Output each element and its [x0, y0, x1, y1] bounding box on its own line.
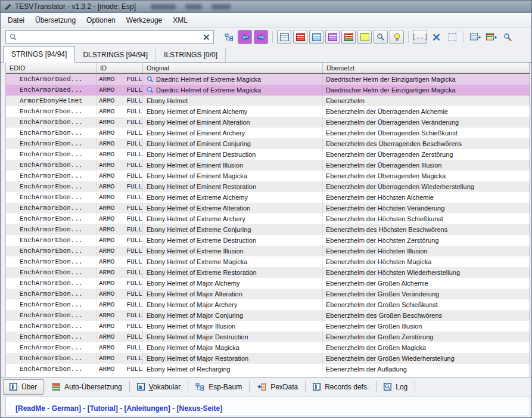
cell-edid: EnchArmorEbon...: [6, 342, 97, 353]
cell-original: Ebony Helmet of Eminent Magicka: [143, 171, 323, 181]
cell-edid: EnchArmorDaed...: [6, 74, 97, 85]
bottom-tab-vokabular[interactable]: Vokabular: [131, 380, 186, 394]
cell-original: Ebony Helmet of Major Illusion: [143, 321, 323, 332]
column-header-edid[interactable]: EDID: [6, 63, 97, 73]
cell-translation: Ebenerzhelm der Höchsten Zerstörung: [323, 235, 530, 246]
table-row[interactable]: EnchArmorEbon...ARMOFULLEbony Helmet of …: [6, 321, 530, 332]
selection-rect-button[interactable]: [445, 30, 459, 44]
table-row[interactable]: EnchArmorEbon...ARMOFULLEbony Helmet of …: [6, 213, 530, 224]
tree-view-icon: [195, 383, 204, 391]
bottom-tab-log[interactable]: Log: [378, 380, 413, 394]
table-row[interactable]: EnchArmorEbon...ARMOFULLEbony Helmet of …: [6, 332, 530, 342]
table-row[interactable]: EnchArmorEbon...ARMOFULLEbony Helmet of …: [6, 235, 530, 246]
cell-id: ARMOFULL: [97, 235, 143, 246]
table-row[interactable]: EnchArmorEbon...ARMOFULLEbony Helmet of …: [6, 192, 530, 203]
cell-original: Ebony Helmet of Eminent Illusion: [143, 160, 323, 171]
menu-item-werkzeuge[interactable]: Werkzeuge: [121, 14, 167, 27]
menu-item-bersetzung[interactable]: Übersetzung: [30, 14, 81, 27]
export-grid-colored-button[interactable]: [484, 30, 499, 44]
menu-item-optionen[interactable]: Optionen: [81, 14, 121, 27]
table-row[interactable]: EnchArmorEbon...ARMOFULLEbony Helmet of …: [6, 117, 530, 128]
link-nexus-seite[interactable]: [Nexus-Seite]: [176, 404, 222, 413]
cell-id: ARMOFULL: [97, 353, 143, 364]
cell-original: Ebony Helmet of Eminent Restoration: [143, 181, 323, 192]
cell-edid: EnchArmorEbon...: [6, 224, 97, 235]
cell-edid: EnchArmorEbon...: [6, 332, 97, 342]
nav-right-button[interactable]: [254, 30, 268, 44]
clear-x-button[interactable]: [429, 30, 443, 44]
link-anleitungen[interactable]: [Anleitungen]: [124, 404, 170, 413]
cell-original: Ebony Helmet of Extreme Destruction: [143, 235, 323, 246]
menu-item-xml[interactable]: XML: [167, 14, 193, 27]
list-red-button[interactable]: [293, 30, 307, 44]
table-row[interactable]: EnchArmorEbon...ARMOFULLEbony Helmet of …: [6, 138, 530, 149]
table-row[interactable]: EnchArmorEbon...ARMOFULLEbony Helmet of …: [6, 353, 530, 364]
selection-rect-icon: [449, 33, 456, 41]
table-row[interactable]: EnchArmorDaed...ARMOFULLDaedric Helmet o…: [6, 74, 530, 85]
list-blue-button[interactable]: [309, 30, 323, 44]
nav-left-icon: [241, 33, 250, 41]
table-row[interactable]: EnchArmorEbon...ARMOFULLEbony Helmet of …: [6, 128, 530, 138]
cell-edid: EnchArmorEbon...: [6, 138, 97, 149]
regex-brackets-button[interactable]: [..]: [413, 30, 427, 44]
bottom-tab--ber[interactable]: Über: [3, 379, 43, 395]
link-tutorial[interactable]: [Tutorial]: [88, 404, 118, 413]
table-row[interactable]: EnchArmorEbon...ARMOFULLEbony Helmet of …: [6, 342, 530, 353]
table-row[interactable]: EnchArmorEbon...ARMOFULLEbony Helmet of …: [6, 171, 530, 181]
table-row[interactable]: EnchArmorDaed...ARMOFULLDaedric Helmet o…: [6, 85, 530, 95]
cell-translation: Ebenerzhelm der Großen Wiederherstellung: [323, 353, 530, 364]
tab-ilstrings[interactable]: ILSTRINGS [0/0]: [156, 48, 226, 62]
column-header-bersetzt[interactable]: Übersetzt: [323, 63, 530, 73]
tab-dlstrings[interactable]: DLSTRINGS [94/94]: [75, 48, 156, 62]
table-row[interactable]: EnchArmorEbon...ARMOFULLEbony Helmet of …: [6, 267, 530, 278]
clear-x-icon: [433, 33, 440, 41]
table-row[interactable]: EnchArmorEbon...ARMOFULLEbony Helmet of …: [6, 246, 530, 256]
list-yellow-button[interactable]: [357, 30, 372, 44]
list-purple-button[interactable]: [325, 30, 340, 44]
bottom-tab-auto-bersetzung[interactable]: Auto-Übersetzung: [46, 380, 128, 394]
search-add-button[interactable]: [500, 30, 515, 44]
table-row[interactable]: EnchArmorEbon...ARMOFULLEbony Helmet of …: [6, 310, 530, 321]
vocab-icon: [137, 383, 145, 391]
table-row[interactable]: EnchArmorEbon...ARMOFULLEbony Helmet of …: [6, 256, 530, 267]
cell-edid: EnchArmorEbon...: [6, 310, 97, 321]
auto-table-icon: [52, 383, 60, 391]
row-magnifier-icon: [147, 86, 154, 94]
search-input[interactable]: [21, 32, 200, 42]
cell-original: Ebony Helmet of Extreme Alteration: [143, 203, 323, 213]
table-row[interactable]: EnchArmorEbon...ARMOFULLEbony Helmet of …: [6, 160, 530, 171]
export-grid-button[interactable]: [468, 30, 483, 44]
table-row[interactable]: EnchArmorEbon...ARMOFULLEbony Helmet of …: [6, 224, 530, 235]
redacted-blob: [151, 4, 176, 10]
cell-translation: Ebenerzhelm der Überragenden Magicka: [323, 171, 530, 181]
table-row[interactable]: EnchArmorEbon...ARMOFULLEbony Helmet of …: [6, 278, 530, 289]
table-row[interactable]: EnchArmorEbon...ARMOFULLEbony Helmet of …: [6, 181, 530, 192]
table-row[interactable]: EnchArmorEbon...ARMOFULLEbony Helmet of …: [6, 106, 530, 117]
table-row[interactable]: ArmorEbonyHelmetARMOFULLEbony HelmetEben…: [6, 95, 530, 106]
magnifier-yellow-button[interactable]: [374, 30, 388, 44]
link-readme-german[interactable]: [ReadMe - German]: [15, 404, 81, 413]
search-clear-icon[interactable]: [203, 34, 210, 41]
table-body: EnchArmorDaed...ARMOFULLDaedric Helmet o…: [6, 74, 530, 374]
menu-item-datei[interactable]: Datei: [2, 14, 30, 27]
table-row[interactable]: EnchArmorEbon...ARMOFULLEbony Helmet of …: [6, 299, 530, 310]
bottom-tab-esp-baum[interactable]: Esp-Baum: [189, 380, 248, 394]
table-row[interactable]: EnchArmorEbon...ARMOFULLEbony Helmet of …: [6, 149, 530, 160]
light-bulb-button[interactable]: [390, 30, 404, 44]
list-redgreen-button[interactable]: [341, 30, 356, 44]
nav-left-button[interactable]: [238, 30, 252, 44]
cell-id: ARMOFULL: [97, 289, 143, 299]
column-header-id[interactable]: ID: [97, 63, 143, 73]
cell-edid: EnchArmorEbon...: [6, 203, 97, 213]
toolbar-separator: [272, 31, 273, 43]
list-white-button[interactable]: [277, 30, 291, 44]
table-row[interactable]: EnchArmorEbon...ARMOFULLEbony Helmet of …: [6, 203, 530, 213]
tree-view-button[interactable]: [222, 30, 236, 44]
bottom-tab-label: Über: [21, 383, 37, 391]
bottom-tab-pexdata[interactable]: PexData: [251, 380, 304, 394]
bottom-tab-records-defs-[interactable]: Records defs.: [307, 380, 375, 394]
column-header-original[interactable]: Original: [143, 63, 323, 73]
table-row[interactable]: EnchArmorEbon...ARMOFULLEbony Helmet of …: [6, 364, 530, 374]
tab-strings[interactable]: STRINGS [94/94]: [3, 46, 75, 63]
table-row[interactable]: EnchArmorEbon...ARMOFULLEbony Helmet of …: [6, 289, 530, 299]
